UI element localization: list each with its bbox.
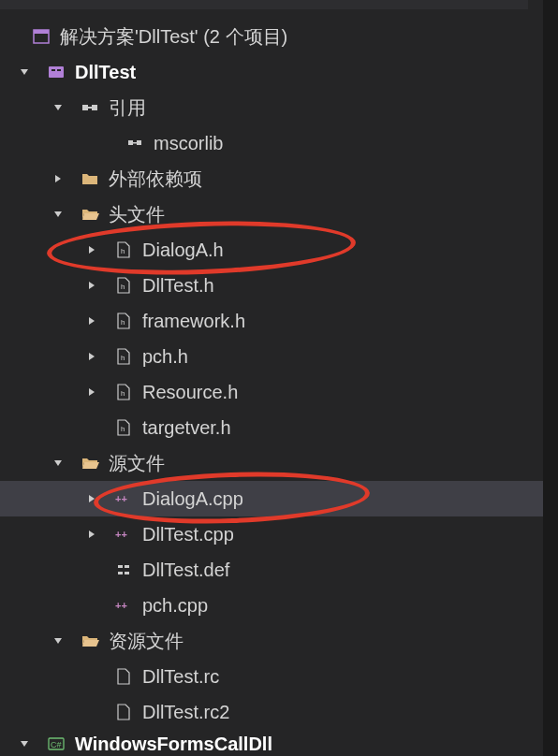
file-label: framework.h <box>142 311 245 332</box>
sources-folder[interactable]: 源文件 <box>0 445 543 481</box>
file-item-dlltest-cpp[interactable]: ++ DllTest.cpp <box>0 516 543 552</box>
file-label: pch.cpp <box>142 595 208 617</box>
file-item-targetver-h[interactable]: h targetver.h <box>0 410 543 445</box>
svg-rect-4 <box>57 69 61 71</box>
file-item-dialoga-cpp[interactable]: ++ DialogA.cpp <box>0 481 543 516</box>
collapse-arrow-icon[interactable] <box>84 527 99 542</box>
collapse-arrow-icon[interactable] <box>84 242 99 257</box>
file-label: DllTest.rc <box>142 666 219 688</box>
headers-label: 头文件 <box>109 202 165 227</box>
header-file-icon: h <box>114 347 133 366</box>
file-label: DllTest.cpp <box>142 524 234 545</box>
cpp-file-icon: ++ <box>114 525 133 544</box>
resource-file-icon <box>114 667 133 686</box>
header-file-icon: h <box>114 240 133 259</box>
svg-rect-22 <box>125 572 129 574</box>
toolbar-truncated <box>0 0 528 9</box>
collapse-arrow-icon[interactable] <box>84 491 99 506</box>
solution-node[interactable]: 解决方案'DllTest' (2 个项目) <box>0 19 543 54</box>
svg-text:h: h <box>121 354 125 362</box>
svg-text:h: h <box>121 283 125 291</box>
external-deps-node[interactable]: 外部依赖项 <box>0 161 543 196</box>
references-icon <box>81 98 99 117</box>
file-item-dlltest-h[interactable]: h DllTest.h <box>0 268 543 303</box>
svg-text:h: h <box>121 425 125 433</box>
solution-icon <box>32 27 51 46</box>
file-label: DialogA.h <box>142 240 224 261</box>
svg-rect-20 <box>125 565 129 568</box>
solution-explorer-panel: 解决方案'DllTest' (2 个项目) DllTest 引用 mscorli… <box>0 0 543 756</box>
collapse-arrow-icon[interactable] <box>84 313 99 328</box>
collapse-arrow-icon[interactable] <box>84 349 99 364</box>
expand-arrow-icon[interactable] <box>51 456 66 471</box>
panel-edge <box>543 0 558 756</box>
file-item-dlltest-rc2[interactable]: DllTest.rc2 <box>0 694 543 730</box>
solution-label: 解决方案'DllTest' (2 个项目) <box>60 24 287 50</box>
svg-text:h: h <box>121 318 125 327</box>
svg-rect-9 <box>137 140 141 145</box>
cpp-file-icon: ++ <box>114 596 133 615</box>
project-icon <box>47 63 66 81</box>
file-item-dlltest-rc[interactable]: DllTest.rc <box>0 659 543 694</box>
header-file-icon: h <box>114 276 133 295</box>
expand-arrow-icon[interactable] <box>51 100 66 115</box>
resources-folder[interactable]: 资源文件 <box>0 623 543 659</box>
file-label: pch.h <box>142 346 188 368</box>
expand-arrow-icon[interactable] <box>51 207 66 222</box>
svg-text:++: ++ <box>115 529 127 540</box>
svg-rect-8 <box>128 140 133 145</box>
folder-open-icon <box>81 454 99 472</box>
svg-rect-19 <box>118 565 123 568</box>
svg-text:h: h <box>121 389 125 398</box>
svg-rect-7 <box>88 107 92 109</box>
expand-arrow-icon[interactable] <box>17 65 32 80</box>
folder-icon <box>81 169 99 188</box>
collapse-arrow-icon[interactable] <box>84 278 99 293</box>
headers-folder[interactable]: 头文件 <box>0 196 543 232</box>
file-label: DllTest.def <box>142 560 229 581</box>
svg-text:C#: C# <box>51 740 62 749</box>
resources-label: 资源文件 <box>109 629 184 654</box>
folder-open-icon <box>81 205 99 224</box>
file-label: DllTest.h <box>142 275 214 297</box>
svg-rect-6 <box>92 105 97 110</box>
references-label: 引用 <box>109 95 146 121</box>
header-file-icon: h <box>114 312 133 330</box>
file-item-pch-cpp[interactable]: ++ pch.cpp <box>0 588 543 623</box>
collapse-arrow-icon[interactable] <box>51 171 66 186</box>
folder-open-icon <box>81 632 99 650</box>
svg-rect-5 <box>82 105 88 110</box>
def-file-icon <box>114 560 133 579</box>
reference-item-mscorlib[interactable]: mscorlib <box>0 125 543 161</box>
file-label: targetver.h <box>142 417 231 439</box>
file-item-dialoga-h[interactable]: h DialogA.h <box>0 232 543 268</box>
project-dlltest[interactable]: DllTest <box>0 54 543 90</box>
file-label: Resource.h <box>142 382 238 403</box>
file-item-dlltest-def[interactable]: DllTest.def <box>0 552 543 588</box>
collapse-arrow-icon[interactable] <box>84 385 99 400</box>
svg-text:++: ++ <box>115 493 127 504</box>
svg-rect-21 <box>118 572 123 574</box>
svg-rect-3 <box>51 69 55 71</box>
file-item-pch-h[interactable]: h pch.h <box>0 339 543 374</box>
svg-text:h: h <box>121 247 125 255</box>
expand-arrow-icon[interactable] <box>17 736 32 751</box>
svg-text:++: ++ <box>115 600 127 611</box>
project-label: DllTest <box>75 62 136 83</box>
resource-file-icon <box>114 703 133 721</box>
file-item-resource-h[interactable]: h Resource.h <box>0 374 543 410</box>
svg-rect-2 <box>49 66 64 78</box>
project-label: WindowsFormsCallDll <box>75 734 272 755</box>
external-deps-label: 外部依赖项 <box>109 167 202 192</box>
svg-rect-1 <box>34 30 49 34</box>
header-file-icon: h <box>114 383 133 401</box>
expand-arrow-icon[interactable] <box>51 633 66 648</box>
svg-rect-10 <box>133 142 137 144</box>
file-label: DllTest.rc2 <box>142 702 229 723</box>
reference-item-label: mscorlib <box>154 133 223 154</box>
project-windowsformscalldll[interactable]: C# WindowsFormsCallDll <box>0 730 543 756</box>
file-item-framework-h[interactable]: h framework.h <box>0 303 543 339</box>
cpp-file-icon: ++ <box>114 489 133 508</box>
sources-label: 源文件 <box>109 451 165 476</box>
references-node[interactable]: 引用 <box>0 90 543 125</box>
